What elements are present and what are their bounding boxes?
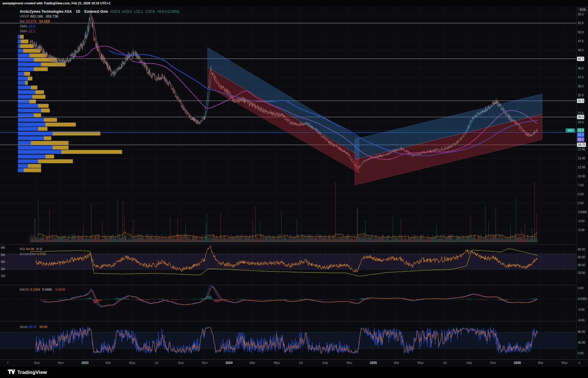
price-axis-label: 0.0000 xyxy=(578,211,587,214)
ad-axis-label: 5M xyxy=(1,253,5,257)
volume-profile-bar-up xyxy=(18,108,41,113)
accum-dist-left-scale[interactable]: 6M5M4M3M2M xyxy=(0,244,8,285)
corner-left-label: Z xyxy=(7,361,9,364)
time-axis-label: Mar xyxy=(250,361,255,364)
price-axis-label: 7.50 xyxy=(578,184,583,187)
low-label: L xyxy=(134,10,136,13)
volume-profile-bar-up xyxy=(18,44,20,48)
stoch-pane[interactable] xyxy=(0,321,576,359)
price-axis-label: 10.00 xyxy=(578,175,585,178)
volume-profile-bar-up xyxy=(18,159,38,163)
ad-axis-label: 6M xyxy=(1,246,5,249)
time-axis-label: Sep xyxy=(178,361,184,364)
rsi-label: RSI xyxy=(20,247,25,251)
price-axis-label: 27.5 xyxy=(578,112,583,115)
volume-profile-bar-down xyxy=(28,77,32,81)
time-axis-label: Nov xyxy=(202,361,208,364)
volume-profile-bar-down xyxy=(38,104,49,108)
price-axis-chip: 26.5 xyxy=(577,115,584,119)
price-axis-label: 50.0 xyxy=(578,31,583,34)
close-value: 22.8 xyxy=(148,10,154,14)
volume-profile-bar-down xyxy=(53,132,100,136)
volume-profile-bar-down xyxy=(61,150,122,154)
volume-profile-bar-up xyxy=(18,146,53,150)
sma-legend-2[interactable]: SMA 22.1 xyxy=(20,29,182,34)
chart-area: ArcticZymes Technologies ASA·1D·Euronext… xyxy=(0,6,588,359)
sma-legend-1[interactable]: SMA 22.0 xyxy=(20,24,182,29)
time-axis-label: 2026 xyxy=(514,361,521,364)
price-axis-label: 2.50 xyxy=(578,202,583,205)
price-axis-label: 55.0 xyxy=(578,13,583,16)
price-axis-label: -5.00 xyxy=(578,228,585,232)
volume-profile-bar-up xyxy=(18,81,25,85)
sma-label: SMA xyxy=(20,29,27,33)
stoch-label: Stoch xyxy=(20,325,28,329)
price-pane[interactable] xyxy=(0,6,576,244)
close-label: C xyxy=(145,10,148,13)
macd-value-3: -0.0549 xyxy=(54,288,65,291)
volume-profile-bar-down xyxy=(20,44,34,48)
currency-button[interactable]: NOK xyxy=(578,8,587,12)
volume-profile-bar-up xyxy=(18,104,38,108)
rsi-legend[interactable]: RSI 54.06 Ø Ø Accum/Dist 4.97M xyxy=(20,247,47,257)
volume-profile-bar-up xyxy=(18,58,34,62)
ad-axis-label: 2M xyxy=(1,274,5,278)
macd-pane[interactable] xyxy=(0,285,576,321)
volume-profile-bar-up xyxy=(18,35,20,38)
volume-profile-bar-down xyxy=(21,40,28,44)
open-label: O xyxy=(110,10,113,13)
volume-profile-bar-down xyxy=(30,54,46,58)
sma-value: 22.0 xyxy=(28,24,35,28)
separator-dot: · xyxy=(82,10,83,14)
vrvp-label: VRVP xyxy=(20,14,29,19)
volume-profile-bar-down xyxy=(31,141,69,145)
time-axis-label: May xyxy=(418,361,424,364)
price-axis-label: 17.50 xyxy=(578,148,585,151)
volume-profile-bar-up xyxy=(18,118,44,122)
interval-label[interactable]: 1D xyxy=(76,10,80,14)
accum-dist-value: 4.97M xyxy=(37,252,46,256)
stoch-legend[interactable]: Stoch 26.67 35.00 xyxy=(20,324,49,329)
volume-profile-bar-down xyxy=(34,67,48,71)
brand-name[interactable]: TradingView xyxy=(17,370,47,375)
low-value: 22.1 xyxy=(136,10,143,14)
rsi-pane[interactable] xyxy=(0,244,576,285)
macd-axis-label: 4.00 xyxy=(578,287,583,290)
price-axis-label: 5.00 xyxy=(578,193,583,196)
high-value: 23.0 xyxy=(125,10,132,14)
volume-profile-bar-down xyxy=(45,123,76,127)
stoch-axis-label: 0.00 xyxy=(578,352,583,355)
time-axis[interactable]: Z A SepNov2023MarMayJulSepNov2024MarMayJ… xyxy=(0,359,588,367)
volume-profile-bar-down xyxy=(20,35,24,38)
price-axis-chip: 42.7 xyxy=(577,57,584,61)
volume-legend[interactable]: Vol 23.07K 54.65K xyxy=(20,19,182,24)
rsi-value: 54.06 xyxy=(26,247,34,251)
exchange-label[interactable]: Euronext Oslo xyxy=(84,10,108,14)
volume-label: Vol xyxy=(20,19,25,23)
volume-profile-bar-up xyxy=(18,123,45,127)
ad-axis-label: 3M xyxy=(1,268,5,271)
price-axis-label: 37.5 xyxy=(578,76,583,79)
volume-profile-bar-up xyxy=(18,90,35,94)
volume-ma-value: 54.65K xyxy=(39,19,50,23)
corner-right-label: A xyxy=(578,361,580,364)
volume-profile-bar-up xyxy=(18,155,45,159)
macd-value-1: 0.1034 xyxy=(30,288,40,291)
volume-profile-bar-up xyxy=(18,54,30,58)
symbol-row[interactable]: ArcticZymes Technologies ASA·1D·Euronext… xyxy=(20,9,182,14)
trend-channel-lower-band xyxy=(208,67,359,173)
price-axis-label: 52.6 xyxy=(578,21,583,25)
stoch-k-value: 26.67 xyxy=(29,325,37,329)
volume-profile-bar-down xyxy=(41,108,50,113)
time-axis-label: Sep xyxy=(466,361,472,364)
price-axis[interactable]: NOK 55.052.650.047.545.042.740.037.535.0… xyxy=(576,6,588,359)
symbol-name[interactable]: ArcticZymes Technologies ASA xyxy=(20,10,72,14)
macd-axis-label: -8.00 xyxy=(578,319,585,322)
vrvp-legend[interactable]: VRVP 663.16K 858.73K xyxy=(20,14,182,19)
macd-axis-label: 0.0000 xyxy=(578,297,587,300)
volume-profile-bar-up xyxy=(18,67,34,71)
macd-legend[interactable]: MACD 0.1034 0.0485 -0.0549 xyxy=(20,287,67,292)
tradingview-logo[interactable] xyxy=(8,368,15,377)
macd-label: MACD xyxy=(20,288,29,291)
symbol-price-tag: AZT xyxy=(566,128,575,132)
